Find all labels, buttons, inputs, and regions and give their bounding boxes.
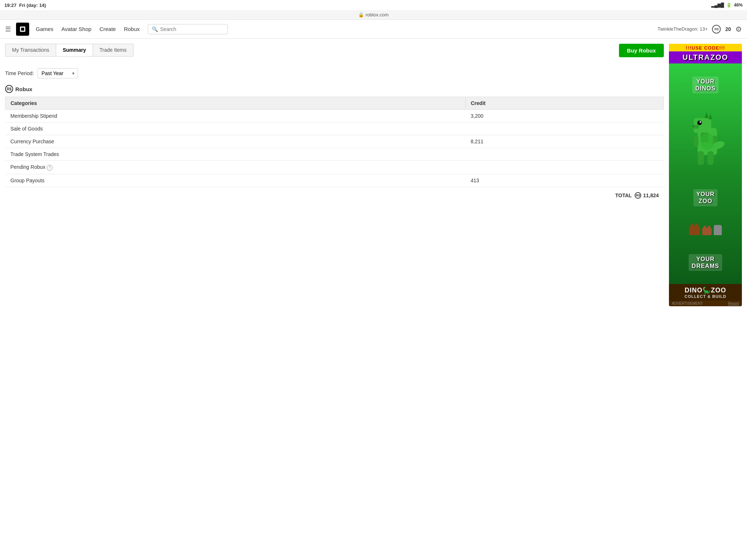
- report-link[interactable]: Report: [728, 302, 739, 306]
- nav-avatar-shop[interactable]: Avatar Shop: [61, 26, 91, 32]
- robux-count: 20: [725, 26, 731, 32]
- username-label: TwinkleTheDragon: 13+: [658, 26, 708, 32]
- col-credit: Credit: [465, 97, 663, 110]
- ad-your-zoo: YOURZOO: [693, 189, 717, 206]
- tab-summary[interactable]: Summary: [56, 44, 93, 56]
- buy-robux-button[interactable]: Buy Robux: [619, 44, 664, 57]
- tab-trade-items[interactable]: Trade Items: [93, 44, 133, 56]
- time-period-row: Time Period: Past Day Past Week Past Mon…: [5, 68, 664, 78]
- total-row: TOTAL R$ 11,824: [5, 187, 664, 199]
- ad-footer: ADVERTISEMENT Report: [669, 301, 742, 306]
- search-bar[interactable]: 🔍: [148, 24, 228, 34]
- category-cell: Sale of Goods: [5, 122, 466, 135]
- nav-robux[interactable]: Robux: [124, 26, 140, 32]
- battery-percentage: 46%: [734, 3, 743, 8]
- table-row: Sale of Goods: [5, 122, 664, 135]
- table-row: Currency Purchase 8,211: [5, 135, 664, 148]
- svg-rect-1: [21, 27, 24, 31]
- dino-svg: [684, 112, 727, 171]
- status-bar: 19:27 Fri (day: 14) ▂▄▆█ 🔋 46%: [0, 0, 747, 10]
- roblox-logo-icon: [18, 25, 27, 34]
- nav-games[interactable]: Games: [36, 26, 53, 32]
- ad-dino-section: YOURDINOS: [669, 63, 742, 284]
- table-header-row: Categories Credit: [5, 97, 664, 110]
- ad-collect-build: COLLECT & BUILD: [671, 294, 740, 299]
- total-robux-icon: R$: [635, 192, 641, 199]
- navbar-brand: ☰: [5, 23, 29, 36]
- dino-illustration: [684, 112, 727, 171]
- ad-animal-2: [702, 228, 712, 235]
- tab-my-transactions[interactable]: My Transactions: [5, 44, 56, 56]
- credit-cell: 3,200: [465, 110, 663, 122]
- help-icon[interactable]: ?: [47, 165, 53, 171]
- status-time-day: 19:27 Fri (day: 14): [4, 3, 46, 8]
- url-bar: 🔒 roblox.com: [0, 10, 747, 20]
- svg-point-16: [700, 133, 714, 150]
- navbar: ☰ Games Avatar Shop Create Robux 🔍 Twink…: [0, 20, 747, 39]
- ad-your-dinos: YOURDINOS: [692, 77, 719, 93]
- category-cell: Currency Purchase: [5, 135, 466, 148]
- main-layout: My Transactions Summary Trade Items Buy …: [0, 39, 747, 306]
- svg-rect-9: [694, 136, 698, 147]
- category-cell: Membership Stipend: [5, 110, 466, 122]
- category-cell: Pending Robux ?: [5, 161, 466, 174]
- ad-dinozoo-logo: DINO🦕ZOO: [671, 286, 740, 294]
- nav-create[interactable]: Create: [100, 26, 116, 32]
- summary-table: Categories Credit Membership Stipend 3,2…: [5, 97, 664, 187]
- tabs: My Transactions Summary Trade Items: [5, 44, 133, 57]
- svg-rect-12: [707, 151, 713, 164]
- svg-marker-15: [709, 114, 712, 119]
- url-text: 🔒 roblox.com: [358, 12, 388, 18]
- ad-animals-row: [689, 225, 722, 235]
- roblox-logo[interactable]: [16, 23, 29, 36]
- battery-icon: 🔋: [726, 3, 732, 8]
- search-icon: 🔍: [152, 26, 158, 32]
- table-row: Pending Robux ?: [5, 161, 664, 174]
- nav-links: Games Avatar Shop Create Robux 🔍: [36, 24, 651, 34]
- ad-brand: ULTRAZOO: [669, 51, 742, 63]
- time-period-select[interactable]: Past Day Past Week Past Month Past Year: [38, 68, 78, 78]
- total-label: TOTAL: [615, 192, 632, 198]
- svg-point-7: [693, 125, 694, 127]
- ad-bottom: DINO🦕ZOO COLLECT & BUILD: [669, 284, 742, 301]
- robux-currency-icon: R$: [712, 25, 721, 34]
- hamburger-icon[interactable]: ☰: [5, 25, 11, 33]
- credit-cell: [465, 122, 663, 135]
- robux-section-label: Robux: [15, 86, 32, 92]
- search-input[interactable]: [160, 26, 224, 32]
- table-row: Membership Stipend 3,200: [5, 110, 664, 122]
- tabs-row: My Transactions Summary Trade Items Buy …: [5, 44, 664, 62]
- time-period-label: Time Period:: [5, 70, 34, 76]
- ad-use-code: !!!USE CODE!!!: [669, 44, 742, 51]
- advertisement-label: ADVERTISEMENT: [672, 302, 703, 306]
- settings-gear-icon[interactable]: ⚙: [735, 25, 742, 34]
- robux-header-icon: R$: [5, 85, 13, 93]
- nav-right: TwinkleTheDragon: 13+ R$ 20 ⚙: [658, 25, 742, 34]
- credit-cell: 8,211: [465, 135, 663, 148]
- ad-animal-3: [714, 225, 722, 235]
- sidebar-ad: !!!USE CODE!!! ULTRAZOO YOURDINOS: [669, 44, 742, 306]
- robux-currency-header: R$ Robux: [5, 85, 664, 93]
- wifi-icon: ▂▄▆█: [711, 3, 724, 8]
- status-right: ▂▄▆█ 🔋 46%: [711, 3, 743, 8]
- category-cell: Group Payouts: [5, 174, 466, 187]
- credit-cell: [465, 161, 663, 174]
- svg-marker-14: [705, 112, 709, 118]
- total-value: 11,824: [643, 192, 659, 198]
- credit-cell: 413: [465, 174, 663, 187]
- svg-rect-11: [698, 151, 704, 164]
- ad-animal-1: [689, 226, 700, 235]
- credit-cell: [465, 148, 663, 161]
- category-cell: Trade System Trades: [5, 148, 466, 161]
- col-categories: Categories: [5, 97, 466, 110]
- content-area: My Transactions Summary Trade Items Buy …: [5, 44, 664, 306]
- table-row: Group Payouts 413: [5, 174, 664, 187]
- total-robux-amount: R$ 11,824: [635, 192, 659, 199]
- svg-point-4: [697, 120, 702, 125]
- ad-your-dreams: YOURDREAMS: [689, 254, 722, 271]
- svg-point-5: [700, 121, 701, 122]
- table-row: Trade System Trades: [5, 148, 664, 161]
